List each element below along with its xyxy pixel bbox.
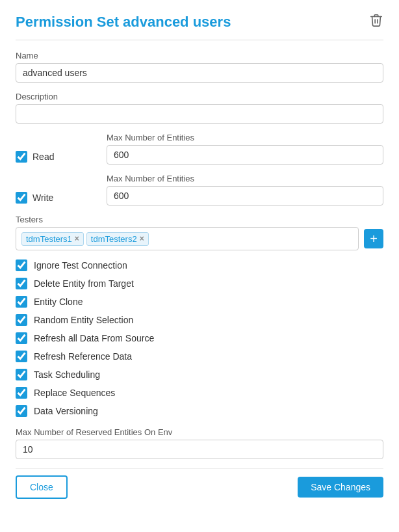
delete-icon[interactable] [369, 13, 383, 31]
tester-tag-1-remove[interactable]: × [75, 234, 79, 243]
description-field-group: Description [16, 92, 383, 124]
checkbox-item-entity-clone: Entity Clone [16, 296, 383, 308]
read-max-entities-section: Max Number of Entities [107, 133, 383, 165]
reserved-entities-label: Max Number of Reserved Entities On Env [16, 427, 383, 437]
delete-entity-checkbox[interactable] [16, 278, 27, 289]
replace-seq-checkbox[interactable] [16, 387, 27, 399]
write-row: Write Max Number of Entities [16, 174, 383, 206]
read-checkbox-section: Read [16, 133, 107, 163]
write-max-entities-input[interactable] [107, 186, 383, 206]
checkbox-item-random-entity: Random Entity Selection [16, 314, 383, 326]
ignore-test-label[interactable]: Ignore Test Connection [34, 260, 127, 271]
write-label[interactable]: Write [32, 193, 53, 203]
checkbox-item-task-scheduling: Task Scheduling [16, 369, 383, 380]
write-max-entities-label: Max Number of Entities [107, 174, 383, 183]
entity-clone-label[interactable]: Entity Clone [34, 297, 83, 307]
name-label: Name [16, 51, 383, 60]
checkboxes-list: Ignore Test Connection Delete Entity fro… [16, 259, 383, 417]
description-input[interactable] [16, 104, 383, 124]
checkbox-item-replace-seq: Replace Sequences [16, 387, 383, 399]
write-checkbox-section: Write [16, 174, 107, 204]
checkbox-item-delete-entity: Delete Entity from Target [16, 278, 383, 289]
random-entity-checkbox[interactable] [16, 314, 27, 326]
description-label: Description [16, 92, 383, 101]
tester-tag-2: tdmTesters2 × [86, 232, 149, 246]
replace-seq-label[interactable]: Replace Sequences [34, 388, 115, 398]
read-row: Read Max Number of Entities [16, 133, 383, 165]
refresh-ref-checkbox[interactable] [16, 351, 27, 362]
refresh-all-checkbox[interactable] [16, 332, 27, 344]
footer: Close Save Changes [16, 468, 383, 499]
save-button[interactable]: Save Changes [298, 477, 383, 498]
write-checkbox[interactable] [16, 192, 27, 204]
refresh-all-label[interactable]: Refresh all Data From Source [34, 333, 154, 343]
tester-tag-2-label: tdmTesters2 [91, 234, 137, 244]
reserved-entities-field-group: Max Number of Reserved Entities On Env [16, 427, 383, 459]
delete-entity-label[interactable]: Delete Entity from Target [34, 278, 134, 289]
name-input[interactable] [16, 63, 383, 83]
testers-wrapper: tdmTesters1 × tdmTesters2 × + [16, 227, 383, 250]
write-max-entities-section: Max Number of Entities [107, 174, 383, 206]
refresh-ref-label[interactable]: Refresh Reference Data [34, 351, 132, 362]
task-scheduling-label[interactable]: Task Scheduling [34, 369, 100, 380]
reserved-entities-input[interactable] [16, 440, 383, 459]
testers-field-box: tdmTesters1 × tdmTesters2 × [16, 227, 359, 250]
testers-field-group: Testers tdmTesters1 × tdmTesters2 × + [16, 215, 383, 250]
ignore-test-checkbox[interactable] [16, 259, 27, 271]
read-max-entities-label: Max Number of Entities [107, 133, 383, 142]
testers-add-button[interactable]: + [364, 229, 383, 248]
close-button[interactable]: Close [16, 475, 68, 499]
tester-tag-2-remove[interactable]: × [140, 234, 144, 243]
checkbox-item-data-versioning: Data Versioning [16, 405, 383, 417]
data-versioning-checkbox[interactable] [16, 405, 27, 417]
tester-tag-1-label: tdmTesters1 [26, 234, 72, 244]
page-title: Permission Set advanced users [16, 14, 231, 31]
checkbox-item-refresh-all: Refresh all Data From Source [16, 332, 383, 344]
checkbox-item-ignore-test: Ignore Test Connection [16, 259, 383, 271]
tester-tag-1: tdmTesters1 × [21, 232, 84, 246]
read-label[interactable]: Read [32, 152, 54, 162]
random-entity-label[interactable]: Random Entity Selection [34, 315, 133, 325]
checkbox-item-refresh-ref: Refresh Reference Data [16, 351, 383, 362]
name-field-group: Name [16, 51, 383, 83]
task-scheduling-checkbox[interactable] [16, 369, 27, 380]
read-checkbox[interactable] [16, 151, 27, 163]
data-versioning-label[interactable]: Data Versioning [34, 406, 98, 416]
read-max-entities-input[interactable] [107, 145, 383, 165]
entity-clone-checkbox[interactable] [16, 296, 27, 308]
testers-label: Testers [16, 215, 383, 224]
header-divider [16, 40, 383, 40]
page-header: Permission Set advanced users [16, 13, 383, 31]
